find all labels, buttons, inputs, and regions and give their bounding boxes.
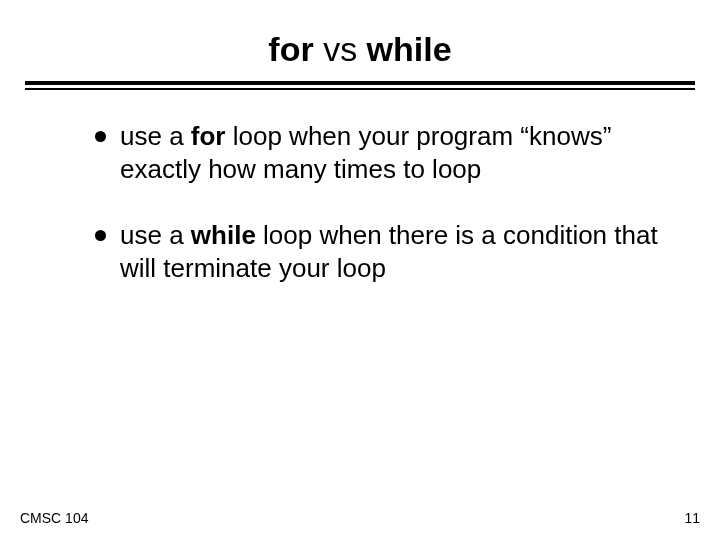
footer-page-number: 11	[684, 510, 700, 526]
bullet-icon	[95, 131, 106, 142]
text-bold: while	[191, 220, 256, 250]
text-bold: for	[191, 121, 226, 151]
divider-thick	[25, 81, 695, 85]
slide: for vs while use a for loop when your pr…	[0, 0, 720, 540]
text-pre: use a	[120, 220, 191, 250]
list-item: use a for loop when your program “knows”…	[95, 120, 660, 185]
title-part-while: while	[367, 30, 452, 68]
bullet-text: use a while loop when there is a conditi…	[120, 219, 660, 284]
bullet-icon	[95, 230, 106, 241]
slide-title: for vs while	[0, 0, 720, 81]
bullet-text: use a for loop when your program “knows”…	[120, 120, 660, 185]
content-area: use a for loop when your program “knows”…	[0, 90, 720, 284]
text-pre: use a	[120, 121, 191, 151]
title-divider	[25, 81, 695, 90]
title-part-for: for	[268, 30, 313, 68]
list-item: use a while loop when there is a conditi…	[95, 219, 660, 284]
footer-course: CMSC 104	[20, 510, 88, 526]
title-part-vs: vs	[314, 30, 367, 68]
